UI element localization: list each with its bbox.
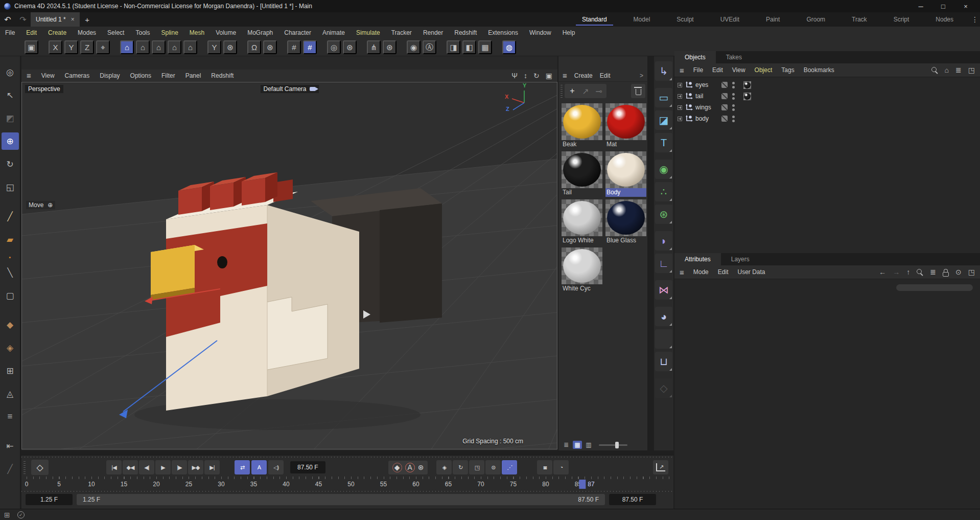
menu-item[interactable]: Edit bbox=[26, 29, 37, 36]
fcurve-button[interactable]: ↗ bbox=[653, 460, 668, 474]
view-label[interactable]: Perspective bbox=[25, 85, 63, 93]
menu-item[interactable]: File bbox=[5, 29, 15, 36]
camera-label[interactable]: Default Camera bbox=[260, 85, 318, 93]
material-name[interactable]: Logo White bbox=[562, 236, 602, 245]
transport-button[interactable]: ▶| bbox=[204, 460, 220, 474]
material-tag[interactable] bbox=[743, 93, 751, 100]
record-icon[interactable]: ⊛ bbox=[418, 463, 424, 472]
material-item[interactable]: Body bbox=[605, 151, 646, 197]
menu-item[interactable]: Volume bbox=[216, 29, 236, 36]
palette-tool-icon[interactable]: ◈ bbox=[2, 339, 19, 356]
layout-tab[interactable]: Standard bbox=[569, 13, 620, 26]
maximize-button[interactable]: □ bbox=[932, 0, 954, 12]
attribute-filter-field[interactable] bbox=[896, 284, 973, 291]
toolbar-button[interactable]: ⌂ bbox=[120, 40, 134, 54]
toolbar-button[interactable]: ⊛ bbox=[343, 40, 357, 54]
range-slider[interactable]: 1.25 F 87.50 F bbox=[77, 494, 605, 505]
toolbar-button[interactable]: ⌂ bbox=[168, 40, 181, 54]
object-name[interactable]: eyes bbox=[695, 81, 717, 88]
expand-icon[interactable] bbox=[678, 83, 682, 87]
close-tab-icon[interactable]: × bbox=[71, 16, 75, 23]
visibility-dots[interactable] bbox=[732, 116, 735, 118]
material-name[interactable]: Tail bbox=[562, 188, 602, 197]
menu-item[interactable]: Animate bbox=[322, 29, 345, 36]
new-tab-button[interactable]: + bbox=[80, 15, 95, 24]
panel-icon[interactable]: ⊙ bbox=[955, 268, 962, 276]
add-material-button[interactable]: + bbox=[566, 85, 579, 97]
material-picker-icon[interactable]: ⊸ bbox=[592, 85, 605, 97]
menu-item[interactable]: Select bbox=[107, 29, 124, 36]
menu-item[interactable]: Extensions bbox=[488, 29, 518, 36]
create-object-icon[interactable]: ↳ bbox=[655, 61, 672, 81]
attribute-menu-mode[interactable]: Mode bbox=[693, 268, 709, 276]
toolbar-button[interactable]: ◉ bbox=[407, 40, 421, 54]
range-start-field[interactable]: 1.25 F bbox=[26, 494, 73, 505]
object-name[interactable]: wings bbox=[695, 104, 717, 111]
menu-item[interactable]: MoGraph bbox=[247, 29, 273, 36]
drag-grip[interactable] bbox=[561, 84, 563, 98]
set-keyframe-button[interactable]: ◇ bbox=[31, 460, 49, 475]
palette-tool-icon[interactable]: ≡ bbox=[2, 408, 19, 425]
viewport-menu-options[interactable]: Options bbox=[130, 72, 151, 79]
key-filter-button[interactable]: ◳ bbox=[469, 460, 484, 474]
object-menu-item[interactable]: File bbox=[693, 66, 703, 74]
object-menu-item[interactable]: Tags bbox=[781, 66, 794, 74]
transport-button[interactable]: ▶ bbox=[155, 460, 171, 474]
toolbar-button[interactable]: X bbox=[49, 40, 62, 54]
attribute-hamburger-icon[interactable]: ≡ bbox=[680, 268, 684, 277]
palette-tool-icon[interactable]: ◎ bbox=[2, 63, 19, 81]
enable-toggle[interactable] bbox=[721, 104, 728, 110]
viewport-canvas[interactable]: Perspective Default Camera Move ⊕ Grid S… bbox=[21, 82, 557, 449]
create-object-icon[interactable]: ⊔ bbox=[655, 352, 672, 371]
object-row[interactable]: eyes bbox=[678, 79, 980, 91]
create-object-icon[interactable]: ◗ bbox=[655, 231, 672, 251]
toolbar-button[interactable]: # bbox=[303, 40, 317, 54]
palette-tool-icon[interactable]: ▰ bbox=[2, 231, 19, 248]
toolbar-button[interactable]: ⊛ bbox=[383, 40, 396, 54]
record-icon[interactable]: ◆ bbox=[392, 463, 402, 472]
object-row[interactable]: tail bbox=[678, 91, 980, 102]
panel-icon[interactable]: → bbox=[893, 268, 900, 276]
layout-tab[interactable]: Model bbox=[620, 13, 664, 26]
document-tab[interactable]: Untitled 1 * × bbox=[31, 12, 80, 27]
panel-icon[interactable]: ◳ bbox=[968, 268, 975, 276]
viewport-menu-filter[interactable]: Filter bbox=[161, 72, 175, 79]
menu-item[interactable]: Character bbox=[284, 29, 311, 36]
material-view-icon[interactable]: ≣ bbox=[562, 441, 571, 449]
panel-icon[interactable]: ◳ bbox=[968, 66, 975, 74]
material-item[interactable]: Mat bbox=[605, 103, 646, 149]
create-object-icon[interactable]: ◕ bbox=[655, 307, 672, 326]
material-name[interactable]: Blue Glass bbox=[605, 236, 646, 245]
material-view-icon[interactable]: ▦ bbox=[573, 441, 582, 449]
toolbar-button[interactable]: ◍ bbox=[502, 40, 516, 54]
palette-tool-icon[interactable]: ╱ bbox=[2, 460, 19, 478]
create-object-icon[interactable] bbox=[655, 329, 672, 349]
create-object-icon[interactable]: ⋈ bbox=[655, 280, 672, 300]
create-object-icon[interactable]: ◪ bbox=[655, 110, 672, 130]
toolbar-button[interactable]: Υ bbox=[207, 40, 221, 54]
thumbnail-size-slider[interactable] bbox=[599, 444, 627, 446]
viewport-menu-display[interactable]: Display bbox=[100, 72, 120, 79]
sound-button[interactable]: ◁) bbox=[268, 460, 284, 474]
drag-grip[interactable] bbox=[24, 461, 26, 474]
panel-icon[interactable] bbox=[943, 269, 949, 276]
material-item[interactable]: Tail bbox=[562, 151, 602, 197]
visibility-dots[interactable] bbox=[732, 93, 735, 96]
toolbar-button[interactable]: ⌂ bbox=[152, 40, 166, 54]
expand-icon[interactable] bbox=[678, 105, 682, 110]
material-item[interactable]: White Cyc bbox=[562, 247, 602, 293]
palette-tool-icon[interactable]: ▢ bbox=[2, 287, 19, 304]
viewport-menu-redshift[interactable]: Redshift bbox=[211, 72, 234, 79]
palette-tool-icon[interactable]: ◱ bbox=[2, 178, 19, 196]
toolbar-button[interactable]: Ⓐ bbox=[423, 40, 436, 54]
panel-tab[interactable]: Takes bbox=[716, 51, 752, 63]
key-filter-button[interactable]: ⊜ bbox=[485, 460, 501, 474]
material-item[interactable]: Blue Glass bbox=[605, 199, 646, 245]
object-menu-item[interactable]: Bookmarks bbox=[804, 66, 834, 74]
toolbar-button[interactable]: ◧ bbox=[462, 40, 476, 54]
create-object-icon[interactable]: ▭ bbox=[655, 88, 672, 107]
material-name[interactable]: Mat bbox=[605, 140, 646, 149]
timeline-ruler[interactable]: 051015202530354045505560657075808587 bbox=[21, 477, 673, 490]
panel-icon[interactable]: ⌂ bbox=[945, 66, 949, 74]
toolbar-button[interactable]: Z bbox=[80, 40, 94, 54]
